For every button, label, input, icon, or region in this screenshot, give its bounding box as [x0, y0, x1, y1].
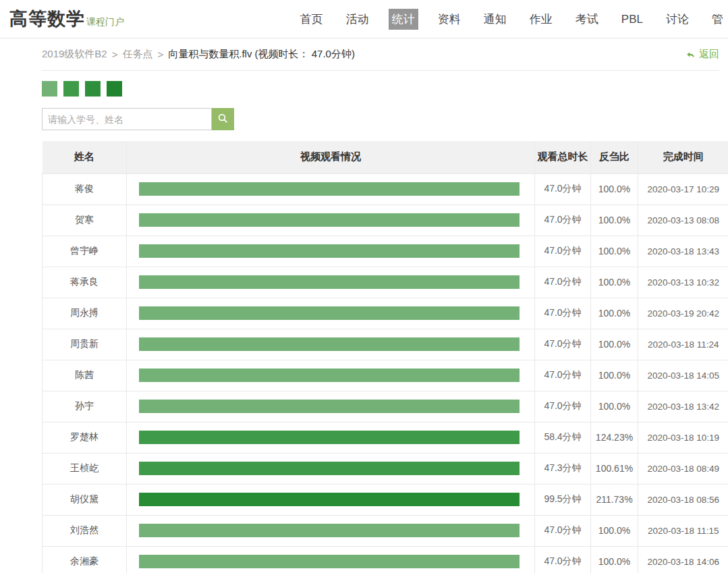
finish-time: 2020-03-18 13:43 — [638, 236, 728, 267]
table-row: 蒋承良 47.0分钟 100.0% 2020-03-13 10:32 — [43, 267, 728, 298]
watch-duration: 47.0分钟 — [535, 329, 591, 360]
watch-bar-cell — [127, 204, 535, 236]
logo-title: 高等数学 — [9, 7, 85, 31]
finish-time: 2020-03-19 20:42 — [638, 298, 728, 329]
watch-progress-bar — [139, 524, 520, 537]
watch-duration: 47.0分钟 — [535, 236, 591, 267]
site-logo[interactable]: 高等数学 课程门户 — [9, 7, 124, 31]
watch-bar-cell — [127, 298, 535, 329]
finish-time: 2020-03-18 08:49 — [638, 453, 728, 484]
watch-progress-bar — [139, 182, 520, 196]
watch-duration: 58.4分钟 — [535, 422, 591, 453]
top-bar: 高等数学 课程门户 首页 活动 统计 资料 通知 作业 考试 PBL 讨论 管 — [0, 0, 728, 38]
watch-duration: 47.3分钟 — [535, 453, 591, 484]
search-bar — [42, 108, 728, 130]
student-name: 周贵新 — [43, 329, 127, 360]
back-arrow-icon — [685, 49, 696, 59]
finish-time: 2020-03-18 13:42 — [638, 391, 728, 422]
student-name: 曾宇峥 — [43, 236, 127, 267]
rumination-ratio: 100.0% — [591, 391, 638, 422]
table-row: 陈茜 47.0分钟 100.0% 2020-03-18 14:05 — [43, 360, 728, 391]
column-header-watch-bar: 视频观看情况 — [127, 141, 535, 173]
table-row: 蒋俊 47.0分钟 100.0% 2020-03-17 10:29 — [43, 173, 728, 204]
finish-time: 2020-03-13 10:32 — [638, 267, 728, 298]
nav-item-manage[interactable]: 管 — [708, 9, 727, 30]
search-button[interactable] — [212, 108, 234, 130]
watch-progress-bar — [139, 213, 520, 227]
nav-item-pbl[interactable]: PBL — [618, 10, 646, 29]
rumination-ratio: 100.0% — [591, 236, 638, 267]
nav-item-exams[interactable]: 考试 — [572, 9, 602, 30]
watch-bar-cell — [127, 484, 535, 515]
table-header-row: 姓名 视频观看情况 观看总时长 反刍比 完成时间 — [43, 141, 728, 173]
nav-item-home[interactable]: 首页 — [297, 9, 327, 30]
watch-bar-cell — [127, 360, 535, 391]
table-row: 贺寒 47.0分钟 100.0% 2020-03-13 08:08 — [43, 204, 728, 236]
table-row: 孙宇 47.0分钟 100.0% 2020-03-18 13:42 — [43, 391, 728, 422]
student-name: 王桢屹 — [43, 453, 127, 484]
student-name: 刘浩然 — [43, 515, 127, 546]
finish-time: 2020-03-18 11:24 — [638, 329, 728, 360]
finish-time: 2020-03-18 10:19 — [638, 422, 728, 453]
rumination-ratio: 124.23% — [591, 422, 638, 453]
breadcrumb-course[interactable]: 2019级软件B2 — [42, 48, 107, 61]
rumination-ratio: 100.0% — [591, 298, 638, 329]
student-name: 胡仪黛 — [43, 484, 127, 515]
watch-progress-bar — [139, 462, 520, 475]
nav-item-materials[interactable]: 资料 — [435, 9, 464, 30]
watch-progress-bar — [139, 306, 520, 320]
watch-bar-cell — [127, 267, 535, 298]
student-name: 陈茜 — [43, 360, 127, 391]
breadcrumb: 2019级软件B2 > 任务点 > 向量积与数量积.flv (视频时长： 47.… — [42, 38, 719, 71]
nav-item-homework[interactable]: 作业 — [526, 9, 556, 30]
bar-color-legend — [42, 81, 728, 97]
table-row: 罗楚林 58.4分钟 124.23% 2020-03-18 10:19 — [43, 422, 728, 453]
rumination-ratio: 100.0% — [591, 515, 638, 546]
finish-time: 2020-03-18 11:15 — [638, 515, 728, 546]
legend-swatch-darkest — [107, 81, 122, 97]
student-name: 余湘豪 — [43, 546, 127, 573]
watch-duration: 99.5分钟 — [535, 484, 591, 515]
watch-bar-cell — [127, 453, 535, 484]
search-input[interactable] — [42, 108, 212, 130]
watch-progress-bar — [139, 400, 520, 413]
student-name: 周永搏 — [43, 298, 127, 329]
table-row: 刘浩然 47.0分钟 100.0% 2020-03-18 11:15 — [43, 515, 728, 546]
finish-time: 2020-03-18 14:06 — [638, 546, 728, 573]
nav-item-activity[interactable]: 活动 — [343, 9, 372, 30]
back-button[interactable]: 返回 — [685, 48, 719, 61]
nav-item-statistics[interactable]: 统计 — [389, 9, 418, 30]
watch-duration: 47.0分钟 — [535, 173, 591, 204]
video-watch-stats-table: 姓名 视频观看情况 观看总时长 反刍比 完成时间 蒋俊 47.0分钟 100.0… — [42, 141, 728, 573]
watch-duration: 47.0分钟 — [535, 298, 591, 329]
watch-duration: 47.0分钟 — [535, 391, 591, 422]
legend-swatch-light — [42, 81, 57, 97]
column-header-ratio: 反刍比 — [591, 141, 638, 173]
watch-duration: 47.0分钟 — [535, 204, 591, 236]
finish-time: 2020-03-17 10:29 — [638, 173, 728, 204]
legend-swatch-medium — [63, 81, 79, 97]
search-icon — [217, 113, 229, 126]
nav-item-notices[interactable]: 通知 — [480, 9, 510, 30]
table-row: 胡仪黛 99.5分钟 211.73% 2020-03-18 08:56 — [43, 484, 728, 515]
table-row: 余湘豪 47.0分钟 100.0% 2020-03-18 14:06 — [43, 546, 728, 573]
finish-time: 2020-03-13 08:08 — [638, 204, 728, 236]
breadcrumb-separator: > — [157, 49, 163, 60]
breadcrumb-section[interactable]: 任务点 — [122, 48, 152, 61]
rumination-ratio: 100.0% — [591, 204, 638, 236]
breadcrumb-current-video: 向量积与数量积.flv (视频时长： 47.0分钟) — [168, 48, 355, 61]
student-name: 蒋承良 — [43, 267, 127, 298]
legend-swatch-dark — [85, 81, 101, 97]
watch-bar-cell — [127, 546, 535, 573]
student-name: 贺寒 — [43, 204, 127, 236]
table-row: 王桢屹 47.3分钟 100.61% 2020-03-18 08:49 — [43, 453, 728, 484]
finish-time: 2020-03-18 14:05 — [638, 360, 728, 391]
main-nav: 首页 活动 统计 资料 通知 作业 考试 PBL 讨论 管 — [297, 0, 728, 38]
column-header-duration: 观看总时长 — [535, 141, 591, 173]
rumination-ratio: 100.61% — [591, 453, 638, 484]
watch-progress-bar — [139, 244, 520, 258]
watch-bar-cell — [127, 515, 535, 546]
nav-item-discussion[interactable]: 讨论 — [663, 9, 692, 30]
watch-bar-cell — [127, 173, 535, 204]
rumination-ratio: 100.0% — [591, 360, 638, 391]
